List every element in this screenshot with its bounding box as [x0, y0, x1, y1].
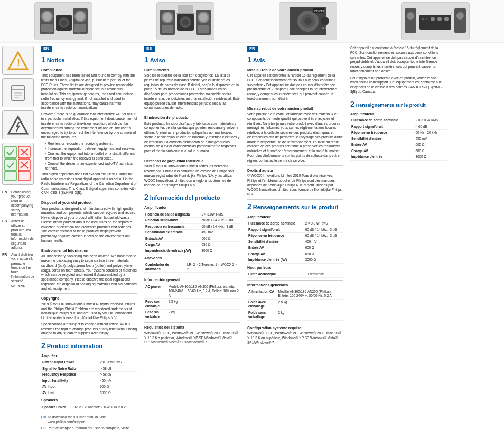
table-row: Poids sans emballage2 kg — [247, 310, 343, 320]
en-compliance-body2: However, there is no guarantee that inte… — [41, 112, 137, 140]
table-row: Sensibilité d'entrée450 mV — [350, 136, 447, 142]
en-dl-1: EN To download the full user manual, vis… — [41, 415, 137, 425]
table-cell-value: 2 × 3.0 W RMS — [304, 221, 343, 227]
es-divider-4 — [144, 275, 240, 275]
table-row: Potencia de salida asignada2 × 3.0W RMS — [144, 212, 240, 218]
table-cell-label: Impédance d'entrée (AV) — [247, 257, 304, 264]
safety-labels: EN Before using your product, read all a… — [2, 190, 35, 290]
en-section2-heading: 2 Product information — [41, 341, 137, 352]
table-cell-value: > 58 dB — [99, 366, 137, 372]
svg-point-35 — [407, 12, 414, 20]
table-cell-label: Potencia de salida asignada — [144, 212, 201, 218]
es-altavoces-header: Altavoces — [144, 256, 240, 260]
fr-section1-heading: 1 Avis — [247, 55, 343, 66]
table-cell-label: Signal-to-Noise Ratio — [41, 366, 99, 372]
svg-rect-34 — [405, 8, 416, 33]
en-download-notes: EN To download the full user manual, vis… — [41, 415, 137, 430]
svg-point-2 — [43, 12, 51, 21]
top-product-images: ON/OFF VOL AUX ♪ — [0, 0, 504, 43]
fr-haut-table: Pilote acoustique9 référence — [247, 272, 343, 278]
table-cell-label: Input Sensitivity — [41, 378, 99, 384]
en-copyright-body2: Specifications are subject to change wit… — [41, 322, 137, 336]
table-cell-label: Relación señal-ruido — [144, 218, 201, 224]
table-row: Entrée AV600 Ω — [350, 142, 447, 148]
svg-rect-36 — [454, 8, 466, 33]
en-env-title: Environmental Information — [41, 248, 137, 253]
svg-text:VOL: VOL — [322, 26, 327, 30]
svg-point-10 — [61, 20, 67, 26]
table-row: Entrée AV600 Ω — [247, 245, 343, 251]
svg-point-32 — [321, 17, 329, 25]
svg-rect-52 — [5, 146, 16, 158]
table-cell-label: Rapport signal/bruit — [247, 227, 304, 233]
es-section1-heading: 1 Aviso — [144, 55, 240, 66]
en-disposal-body: Your product is designed and manufacture… — [41, 207, 137, 244]
es-divider-1 — [144, 113, 240, 113]
en-amp-table: Rated Output Power2 × 3.0W RMSSignal-to-… — [41, 360, 137, 396]
svg-rect-24 — [178, 5, 193, 13]
fr-amp-header: Amplificateur — [247, 214, 343, 219]
en-divider-1 — [41, 198, 137, 198]
svg-rect-7 — [74, 24, 86, 32]
table-cell-value: 600 Ω — [201, 236, 240, 242]
safety-icon-hazard: ! — [2, 46, 34, 75]
fr-haut-header: Haut-parleurs — [247, 265, 343, 270]
table-row: Impédance d'entrée (AV)3000 Ω — [247, 257, 343, 264]
en-bullet-2: • Increase the separation between equipm… — [45, 147, 137, 152]
svg-rect-20 — [198, 25, 209, 33]
table-row: Relación señal-ruido60 dB / 14 kHz: -3 d… — [144, 218, 240, 224]
fr-divider-3 — [247, 199, 343, 200]
table-cell-label: Sensibilité d'entrée — [247, 239, 304, 245]
table-cell-label: Poids sans emballage — [247, 310, 277, 320]
table-cell-label: Sensibilité d'entrée — [350, 136, 414, 142]
table-cell-label: AV load — [41, 390, 99, 396]
table-cell-label: Peso sin embalaje — [144, 310, 167, 320]
table-cell-value: 2.5 kg — [167, 299, 240, 310]
svg-text:!: ! — [17, 58, 20, 68]
table-cell-label: AC power — [144, 284, 167, 299]
svg-point-23 — [182, 19, 189, 25]
en-divider-2 — [41, 246, 137, 246]
table-cell-value: 680 Ω — [304, 251, 343, 257]
svg-text:♪: ♪ — [450, 11, 453, 16]
fr-flag: FR — [247, 46, 343, 53]
fr-systems-note: Windows® 98SE, Windows® ME, Windows® 200… — [247, 331, 343, 345]
table-row: Respuesta en frecuencia60 dB / 14 kHz: -… — [144, 223, 240, 230]
fr-systems-header: Configuration système requise — [247, 325, 343, 330]
table-cell-value: 9 référence — [306, 272, 343, 277]
table-cell-value: 450 mV — [414, 136, 447, 142]
en-divider-5 — [41, 413, 137, 413]
right-fcc-note: Pour signaler un problème avec ce produi… — [350, 76, 447, 95]
es-flag: ES — [144, 46, 240, 53]
table-cell-label: Rapport signal/bruit — [350, 124, 414, 130]
es-compliance-body: Sólo los repuestos de la lista son oblig… — [144, 73, 240, 110]
fr-disposal-title: Mise au rebut de votre ancien produit — [247, 106, 343, 111]
en-copyright-body: 2019 © WOOX Innovations Limited All righ… — [41, 302, 137, 321]
table-cell-label: Entrada AV — [144, 236, 201, 242]
es-systems-header: Requisitos del sistema — [144, 325, 240, 330]
table-cell-value: 60 dB / 14 kHz: -3 dB — [201, 218, 240, 224]
table-cell-label: Entrée AV — [247, 245, 304, 251]
es-divider-2 — [144, 156, 240, 156]
table-row: AC powerModelo AN360/180-AN200 (Philips)… — [144, 284, 240, 299]
en-copyright-title: Copyright — [41, 296, 137, 301]
fr-general-header: Informations générales — [247, 283, 343, 287]
right-amp-table: Puissance de sortie nominale2 × 3.0 W RM… — [350, 118, 447, 161]
right-column: Cet appareil est conforme à l'article 15… — [347, 43, 450, 430]
table-cell-label: Charge AV — [350, 148, 414, 154]
es-altavoces-table: Controlador de altavocesLR: 2 × 2 Tweete… — [144, 262, 240, 273]
svg-rect-61 — [18, 171, 30, 181]
table-cell-label: Rated Output Power — [41, 360, 99, 366]
table-cell-value: 2.5 kg — [277, 299, 343, 310]
safety-label-en: EN Before using your product, read all a… — [2, 190, 35, 217]
en-env-body: All unnecessary packaging has been omitt… — [41, 254, 137, 291]
table-row: Puissance de sortie nominale2 × 3.0 W RM… — [350, 118, 447, 124]
es-section2-heading: 2 Información del producto — [144, 192, 240, 203]
table-row: Alimentation CAModèle AN360/180-AN200 (P… — [247, 289, 343, 300]
table-row: Réponse en fréquence60 Hz - 20 kHz — [350, 130, 447, 136]
table-cell-value: Modèle AN360/180-AN200 (Philips): Entrée… — [277, 289, 343, 300]
table-cell-value: LR: 2 × 2 Tweeter: 1 × WOOX 2 × 2 — [186, 262, 240, 273]
table-row: Rapport signal/bruit> 60 dB — [350, 124, 447, 130]
table-cell-label: Puissance de sortie nominale — [350, 118, 414, 124]
svg-rect-60 — [5, 171, 16, 181]
